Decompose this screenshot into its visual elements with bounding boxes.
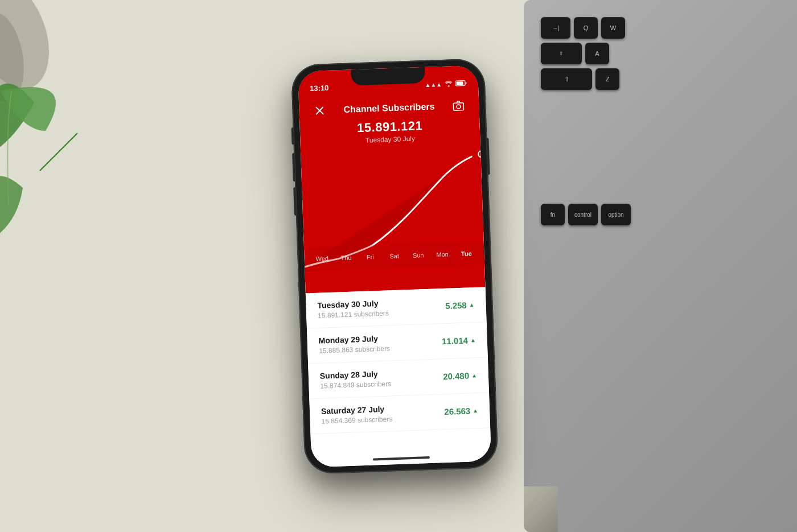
silent-switch xyxy=(291,127,294,145)
list-item-value: 5.258 xyxy=(445,300,467,310)
key-caps: ⇧ xyxy=(541,43,582,64)
trend-up-icon: ▲ xyxy=(469,302,475,308)
list-item-subtitle: 15.854.369 subscribers xyxy=(321,415,392,425)
key-q: Q xyxy=(574,17,598,39)
keyboard-row-bottom: fn control option xyxy=(541,204,791,225)
laptop-body: →| Q W ⇧ A ⇧ Z fn con xyxy=(524,0,797,532)
list-item-subtitle: 15.874.849 subscribers xyxy=(320,380,391,390)
list-item-right: 5.258 ▲ xyxy=(445,300,475,311)
power-button xyxy=(486,138,490,175)
phone-container: 13:10 ▲▲▲ xyxy=(298,61,491,471)
phone-device: 13:10 ▲▲▲ xyxy=(291,58,499,474)
day-tue: Tue xyxy=(454,249,479,257)
battery-icon xyxy=(455,80,467,88)
phone-notch xyxy=(351,67,425,85)
day-wed: Wed xyxy=(310,254,334,262)
day-mon: Mon xyxy=(430,250,455,258)
laptop: →| Q W ⇧ A ⇧ Z fn con xyxy=(524,0,797,532)
key-w: W xyxy=(601,17,625,39)
list-item-right: 20.480 ▲ xyxy=(443,370,477,381)
svg-point-7 xyxy=(457,104,461,108)
list-item[interactable]: Monday 29 July 15.885.863 subscribers 11… xyxy=(307,322,488,364)
key-tab: →| xyxy=(541,17,570,39)
list-item-right: 26.563 ▲ xyxy=(444,406,478,416)
key-option: option xyxy=(601,204,631,225)
list-item-value: 20.480 xyxy=(443,370,469,381)
key-a: A xyxy=(585,43,609,64)
screen-title: Channel Subscribers xyxy=(343,101,435,115)
volume-up-button xyxy=(292,153,295,182)
wifi-icon xyxy=(445,80,453,88)
list-item[interactable]: Tuesday 30 July 15.891.121 subscribers 5… xyxy=(306,287,487,328)
trend-up-icon: ▲ xyxy=(470,337,476,343)
svg-rect-3 xyxy=(456,81,463,85)
keyboard-row-1: →| Q W xyxy=(541,17,791,39)
day-thu: Thu xyxy=(334,254,359,261)
list-item-title: Monday 29 July xyxy=(318,333,389,345)
trend-up-icon: ▲ xyxy=(473,407,478,414)
volume-down-button xyxy=(293,187,297,215)
keyboard-row-3: ⇧ Z xyxy=(541,68,791,90)
key-control: control xyxy=(568,204,598,225)
list-item-subtitle: 15.891.121 subscribers xyxy=(318,309,389,319)
list-item-title: Sunday 28 July xyxy=(320,369,391,380)
key-shift: ⇧ xyxy=(541,68,592,90)
day-fri: Fri xyxy=(358,253,383,260)
camera-button[interactable] xyxy=(449,96,468,115)
close-button[interactable] xyxy=(310,101,329,119)
list-item[interactable]: Sunday 28 July 15.874.849 subscribers 20… xyxy=(308,357,489,399)
svg-rect-6 xyxy=(453,102,463,110)
status-time: 13:10 xyxy=(310,83,329,92)
day-sat: Sat xyxy=(382,252,406,259)
list-item-left: Monday 29 July 15.885.863 subscribers xyxy=(318,333,390,354)
keyboard-row-2: ⇧ A xyxy=(541,43,791,64)
day-sun: Sun xyxy=(406,251,430,258)
list-item-left: Tuesday 30 July 15.891.121 subscribers xyxy=(317,298,389,319)
key-fn: fn xyxy=(541,204,565,225)
plant-decoration xyxy=(0,0,125,330)
list-item-value: 11.014 xyxy=(442,335,468,346)
list-item-value: 26.563 xyxy=(444,406,470,416)
list-item-left: Sunday 28 July 15.874.849 subscribers xyxy=(320,369,392,390)
app-header: 13:10 ▲▲▲ xyxy=(298,65,485,293)
chart-area: Wed Thu Fri Sat Sun Mon Tue xyxy=(301,150,484,270)
list-item-title: Tuesday 30 July xyxy=(317,298,388,310)
key-z: Z xyxy=(595,68,619,90)
list-item-subtitle: 15.885.863 subscribers xyxy=(319,344,390,354)
list-item-right: 11.014 ▲ xyxy=(442,335,476,346)
phone-screen: 13:10 ▲▲▲ xyxy=(298,65,491,467)
keyboard-area: →| Q W ⇧ A ⇧ Z fn con xyxy=(524,0,797,532)
laptop-corner xyxy=(524,486,558,532)
status-icons: ▲▲▲ xyxy=(425,80,467,89)
signal-icon: ▲▲▲ xyxy=(425,81,442,88)
list-item-title: Saturday 27 July xyxy=(321,404,392,415)
list-item[interactable]: Saturday 27 July 15.854.369 subscribers … xyxy=(309,393,490,434)
trend-up-icon: ▲ xyxy=(471,372,477,378)
list-item-left: Saturday 27 July 15.854.369 subscribers xyxy=(321,404,393,425)
list-section: Tuesday 30 July 15.891.121 subscribers 5… xyxy=(306,287,491,467)
